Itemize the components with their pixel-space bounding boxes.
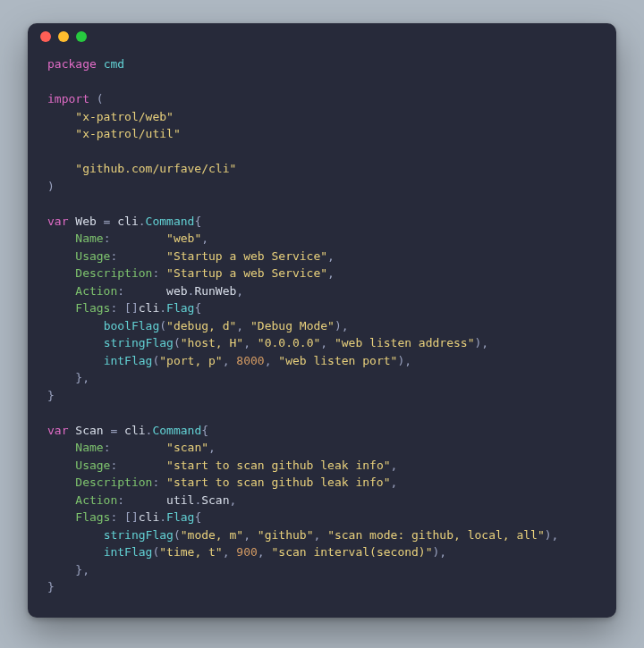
fn-intflag: intFlag <box>104 354 153 367</box>
fn-stringflag: stringFlag <box>104 336 174 349</box>
fn-boolflag: boolFlag <box>104 319 160 332</box>
field-value: "start to scan github leak info" <box>166 459 390 472</box>
flags-bracket: : [] <box>110 301 138 315</box>
arg-number: 900 <box>236 545 257 559</box>
brace-close: } <box>47 389 55 402</box>
package-name: cmd <box>104 57 124 71</box>
field-description: Description <box>75 475 152 489</box>
var-scan: Scan <box>75 424 103 437</box>
arg: "debug, d" <box>166 319 236 332</box>
arg: "host, H" <box>181 336 243 349</box>
arg-number: 8000 <box>236 354 264 367</box>
field-value: "web" <box>166 231 201 245</box>
field-value: "start to scan github leak info" <box>166 475 390 489</box>
brace-open: { <box>201 424 208 437</box>
field-usage: Usage <box>75 459 110 472</box>
keyword-var: var <box>47 424 68 437</box>
arg: "web listen address" <box>335 336 475 349</box>
paren-open: ( <box>89 92 104 105</box>
import-path: "x-patrol/util" <box>75 127 180 140</box>
type-flag: Flag <box>166 510 194 524</box>
type-command: Command <box>152 424 201 437</box>
paren-close: ) <box>47 180 55 193</box>
arg: "web listen port" <box>278 354 397 367</box>
arg: "scan interval(second)" <box>272 545 433 559</box>
action-pkg: web <box>166 284 187 298</box>
code-block: package cmd import ( "x-patrol/web" "x-p… <box>28 55 616 596</box>
import-path: "github.com/urfave/cli" <box>75 162 236 175</box>
minimize-icon[interactable] <box>58 31 69 42</box>
brace-close: }, <box>75 563 89 576</box>
cli-pkg: cli <box>117 215 138 228</box>
field-usage: Usage <box>75 249 110 263</box>
field-action: Action <box>75 284 117 298</box>
field-description: Description <box>75 266 152 280</box>
field-flags: Flags <box>75 301 110 315</box>
flags-bracket: : [] <box>110 510 138 524</box>
action-fn: RunWeb <box>194 284 236 298</box>
import-path: "x-patrol/web" <box>75 110 174 123</box>
action-fn: Scan <box>201 493 229 507</box>
field-action: Action <box>75 493 117 507</box>
arg: "port, p" <box>159 354 222 367</box>
fn-intflag: intFlag <box>104 545 153 559</box>
arg: "time, t" <box>159 545 222 559</box>
fn-stringflag: stringFlag <box>104 528 174 542</box>
var-web: Web <box>75 215 96 228</box>
field-name: Name <box>75 231 103 245</box>
window-titlebar <box>28 23 616 50</box>
assign: = <box>104 424 124 437</box>
keyword-var: var <box>47 215 68 228</box>
keyword-import: import <box>47 92 89 105</box>
brace-open: { <box>194 215 201 228</box>
brace-close: } <box>47 580 55 593</box>
cli-pkg: cli <box>124 424 145 437</box>
arg: "Debug Mode" <box>250 319 335 332</box>
maximize-icon[interactable] <box>76 31 87 42</box>
code-window: package cmd import ( "x-patrol/web" "x-p… <box>28 23 616 618</box>
keyword-package: package <box>47 57 97 71</box>
assign: = <box>97 215 117 228</box>
arg: "github" <box>258 528 314 542</box>
field-value: "scan" <box>166 441 208 454</box>
field-value: "Startup a web Service" <box>166 266 327 280</box>
field-name: Name <box>75 441 103 454</box>
brace-close: }, <box>75 371 89 384</box>
arg: "0.0.0.0" <box>258 336 320 349</box>
arg: "mode, m" <box>181 528 243 542</box>
type-command: Command <box>146 215 195 228</box>
action-pkg: util <box>166 493 194 507</box>
field-flags: Flags <box>75 510 110 524</box>
close-icon[interactable] <box>40 31 51 42</box>
arg: "scan mode: github, local, all" <box>327 528 545 542</box>
type-flag: Flag <box>166 301 194 315</box>
field-value: "Startup a web Service" <box>166 249 327 263</box>
